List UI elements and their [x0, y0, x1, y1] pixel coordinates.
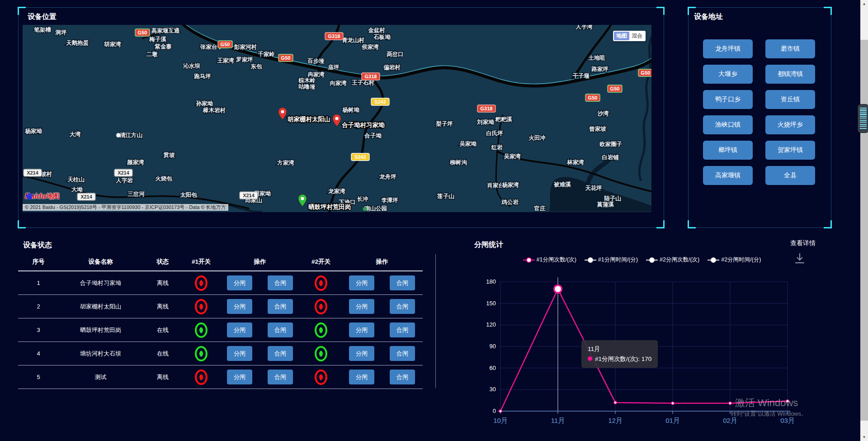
- baidu-map[interactable]: 笔架槽洞坪天鹅抱蛋胡家湾高家堰互通梅子溪紫金寨二墩张家台子彭家河村千家岭王家湾罗…: [23, 25, 651, 212]
- open-switch2-button-cell: 分闸: [341, 346, 382, 361]
- open-switch2-button[interactable]: 分闸: [349, 322, 374, 337]
- table-scrollbar[interactable]: [435, 254, 436, 388]
- road-badge-G50: G50: [218, 41, 232, 48]
- address-button-贺家坪镇[interactable]: 贺家坪镇: [765, 141, 815, 160]
- address-button-全县[interactable]: 全县: [765, 166, 815, 185]
- close-switch1-button[interactable]: 合闸: [268, 299, 293, 314]
- address-button-都镇湾镇[interactable]: 都镇湾镇: [765, 65, 815, 84]
- close-switch2-button[interactable]: 合闸: [390, 299, 415, 314]
- device-marker-晒鼓坪村荒田岗[interactable]: [298, 194, 307, 206]
- legend-item-#1分闸时间/(分)[interactable]: #1分闸时间/(分): [585, 256, 638, 264]
- close-switch1-button[interactable]: 合闸: [268, 370, 293, 384]
- open-switch1-button-cell: 分闸: [219, 322, 260, 337]
- series-dot-icon: [588, 356, 592, 361]
- trip-stats-title: 分闸统计: [474, 240, 503, 250]
- close-switch2-button[interactable]: 合闸: [390, 322, 415, 337]
- road-badge-G50: G50: [278, 54, 293, 62]
- close-switch1-button[interactable]: 合闸: [268, 275, 293, 290]
- open-switch2-button[interactable]: 分闸: [349, 275, 374, 290]
- map-label-冉家湾: 冉家湾: [307, 71, 325, 78]
- map-label-梨子坪: 梨子坪: [435, 120, 453, 127]
- open-switch2-button[interactable]: 分闸: [349, 370, 374, 384]
- open-switch1-button[interactable]: 分闸: [227, 299, 252, 314]
- map-label-偏岩村: 偏岩村: [383, 64, 401, 71]
- svg-text:X214: X214: [27, 170, 39, 175]
- map-label-龙家湾: 龙家湾: [328, 188, 345, 194]
- view-details-link[interactable]: 查看详情: [790, 239, 816, 247]
- address-button-火烧坪乡[interactable]: 火烧坪乡: [765, 115, 815, 134]
- address-button-龙舟坪镇[interactable]: 龙舟坪镇: [703, 39, 753, 58]
- row-number: 1: [18, 280, 59, 286]
- scrollbar-down-icon[interactable]: ▼: [860, 433, 868, 441]
- switch2-indicator: [315, 299, 327, 314]
- map-label-被难溪: 被难溪: [553, 181, 571, 188]
- open-switch1-button[interactable]: 分闸: [227, 275, 252, 290]
- close-switch2-button-cell: 合闸: [382, 275, 423, 290]
- address-button-高家堰镇[interactable]: 高家堰镇: [703, 166, 753, 185]
- map-label-大坳: 大坳: [71, 186, 83, 193]
- highlighted-data-point[interactable]: [554, 285, 562, 293]
- map-label-土地咀: 土地咀: [588, 55, 605, 61]
- close-switch1-button-cell: 合闸: [260, 370, 301, 384]
- column-header: 操作: [219, 258, 301, 266]
- map-label-青龙山村: 青龙山村: [342, 37, 365, 43]
- address-button-大堰乡[interactable]: 大堰乡: [703, 65, 753, 84]
- open-switch2-button[interactable]: 分闸: [349, 299, 374, 314]
- device-marker-胡家棚村太阳山[interactable]: [278, 108, 287, 119]
- data-point[interactable]: [729, 402, 731, 405]
- open-switch2-button-cell: 分闸: [341, 322, 382, 337]
- map-type-toggle[interactable]: 地图 混合: [613, 31, 646, 41]
- address-button-磨市镇[interactable]: 磨市镇: [765, 39, 815, 58]
- address-button-榔坪镇[interactable]: 榔坪镇: [703, 141, 753, 160]
- device-location-title: 设备位置: [28, 12, 57, 22]
- map-label-东包: 东包: [250, 63, 263, 70]
- data-point[interactable]: [614, 401, 617, 404]
- scrollbar-up-icon[interactable]: ▲: [860, 0, 868, 8]
- open-switch1-button[interactable]: 分闸: [227, 370, 252, 384]
- close-switch1-button[interactable]: 合闸: [268, 322, 293, 337]
- page-scrollbar-thumb[interactable]: [860, 40, 868, 421]
- map-label-清江方山: 清江方山: [119, 132, 142, 138]
- tooltip-value: #1分闸次数/(次): 170: [595, 356, 651, 362]
- close-switch2-button[interactable]: 合闸: [390, 275, 415, 290]
- legend-item-#1分闸次数/(次)[interactable]: #1分闸次数/(次): [523, 256, 576, 264]
- road-badge-S242: S242: [351, 153, 369, 161]
- open-switch1-button[interactable]: 分闸: [227, 322, 252, 337]
- baidu-logo: Baidu地图: [25, 192, 59, 201]
- corner-decoration: [656, 7, 665, 15]
- map-label-路家坪: 路家坪: [591, 66, 609, 72]
- address-button-鸭子口乡[interactable]: 鸭子口乡: [703, 90, 753, 109]
- switch1-indicator: [195, 275, 208, 291]
- map-label-咕噜垭: 咕噜垭: [298, 84, 316, 90]
- map-label-二墩: 二墩: [146, 51, 158, 57]
- map-label-肖家台: 肖家台: [487, 182, 504, 189]
- map-label-粑粑溪: 粑粑溪: [495, 116, 512, 123]
- address-button-资丘镇[interactable]: 资丘镇: [765, 90, 815, 109]
- map-label-金盆村: 金盆村: [368, 27, 385, 33]
- open-switch1-button[interactable]: 分闸: [227, 346, 252, 361]
- map-label-刘家坳: 刘家坳: [476, 119, 494, 125]
- table-row: 1合子坳村习家坳离线分闸合闸分闸合闸: [18, 271, 423, 295]
- close-switch2-button[interactable]: 合闸: [390, 346, 415, 361]
- map-type-hybrid-button[interactable]: 混合: [629, 32, 645, 40]
- data-point[interactable]: [499, 410, 502, 413]
- address-button-grid: 龙舟坪镇磨市镇大堰乡都镇湾镇鸭子口乡资丘镇渔峡口镇火烧坪乡榔坪镇贺家坪镇高家堰镇…: [703, 39, 815, 185]
- map-type-map-button[interactable]: 地图: [614, 32, 629, 40]
- map-label-贯坡: 贯坡: [163, 152, 175, 158]
- device-status-title: 设备状态: [23, 241, 52, 250]
- device-marker-合子坳村习家坳[interactable]: [333, 114, 341, 126]
- close-switch1-button[interactable]: 合闸: [268, 346, 293, 361]
- scroll-helper-widget[interactable]: [858, 104, 868, 133]
- legend-item-#2分闸次数/(次)[interactable]: #2分闸次数/(次): [646, 256, 699, 264]
- address-button-渔峡口镇[interactable]: 渔峡口镇: [703, 115, 753, 134]
- legend-item-#2分闸时间/(分)[interactable]: #2分闸时间/(分): [708, 256, 761, 264]
- map-label-庙坪: 庙坪: [328, 64, 340, 71]
- chart-legend: #1分闸次数/(次)#1分闸时间/(分)#2分闸次数/(次)#2分闸时间/(分): [470, 256, 814, 264]
- row-number: 5: [18, 374, 59, 380]
- open-switch2-button[interactable]: 分闸: [349, 346, 374, 361]
- close-switch2-button[interactable]: 合闸: [390, 370, 415, 384]
- map-label-人手湾: 人手湾: [575, 25, 593, 30]
- data-point[interactable]: [671, 402, 674, 405]
- map-label-吴家湾: 吴家湾: [503, 153, 521, 160]
- marker-label: 晒鼓坪村荒田岗: [308, 204, 351, 210]
